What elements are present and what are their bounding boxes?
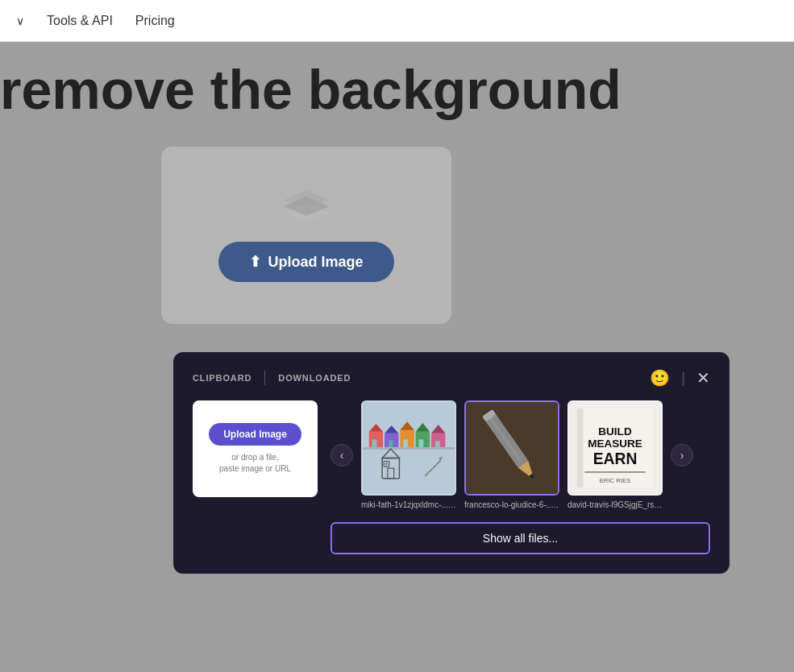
popup-header: CLIPBOARD DOWNLOADED 🙂 | ✕ <box>193 368 710 388</box>
svg-rect-18 <box>435 441 440 447</box>
svg-rect-6 <box>372 439 377 447</box>
downloaded-grid: ‹ <box>330 400 710 509</box>
svg-text:ERIC RIES: ERIC RIES <box>600 477 631 484</box>
nav-chevron-icon[interactable]: ∨ <box>16 15 24 27</box>
nav-pricing[interactable]: Pricing <box>135 14 175 28</box>
clipboard-section-label: CLIPBOARD <box>193 373 252 383</box>
file-picker-popup: CLIPBOARD DOWNLOADED 🙂 | ✕ Upload Image … <box>173 352 730 574</box>
svg-text:BUILD: BUILD <box>598 425 632 438</box>
clipboard-section: Upload Image or drop a file, paste image… <box>193 400 318 497</box>
list-item: francesco-lo-giudice-6-....jpg <box>464 400 559 509</box>
main-background: remove the background ⬆ Upload Image CLI… <box>0 42 794 672</box>
layers-icon <box>282 189 330 227</box>
upload-card: ⬆ Upload Image <box>161 147 451 324</box>
downloaded-section-label: DOWNLOADED <box>278 373 351 383</box>
upload-image-button[interactable]: ⬆ Upload Image <box>218 242 393 282</box>
image-thumbnail-2[interactable] <box>464 400 559 496</box>
nav-tools-api[interactable]: Tools & API <box>47 14 113 28</box>
upload-icon: ⬆ <box>249 253 261 271</box>
list-item: miki-fath-1v1zjqxldmc-....jpg <box>361 400 456 509</box>
clipboard-drop-text: or drop a file, paste image or URL <box>219 452 291 475</box>
navigation: ∨ Tools & API Pricing <box>0 0 794 42</box>
close-button[interactable]: ✕ <box>696 368 710 388</box>
upload-button-label: Upload Image <box>268 254 363 271</box>
svg-rect-19 <box>363 447 455 450</box>
image-thumbnail-1[interactable] <box>361 400 456 496</box>
svg-rect-9 <box>389 440 393 447</box>
svg-rect-36 <box>577 409 584 488</box>
image-label-3: david-travis-l9GSjgjE_rs-....jpg <box>567 500 663 509</box>
emoji-icon[interactable]: 🙂 <box>650 368 670 388</box>
image-thumbnail-3[interactable]: BUILD MEASURE EARN ERIC RIES <box>567 400 663 496</box>
svg-rect-15 <box>419 439 424 447</box>
clipboard-card: Upload Image or drop a file, paste image… <box>193 400 318 497</box>
popup-close-area: 🙂 | ✕ <box>650 368 710 388</box>
separator: | <box>681 370 685 387</box>
show-all-files-button[interactable]: Show all files... <box>330 522 710 554</box>
svg-text:EARN: EARN <box>593 450 638 467</box>
svg-rect-12 <box>403 439 408 447</box>
hero-text: remove the background <box>0 58 621 121</box>
image-label-2: francesco-lo-giudice-6-....jpg <box>464 500 559 509</box>
image-label-1: miki-fath-1v1zjqxldmc-....jpg <box>361 500 456 509</box>
section-divider <box>264 371 265 385</box>
popup-content: Upload Image or drop a file, paste image… <box>193 400 710 554</box>
clipboard-upload-button[interactable]: Upload Image <box>209 423 301 446</box>
downloaded-section: ‹ <box>330 400 710 554</box>
svg-text:MEASURE: MEASURE <box>588 438 642 450</box>
next-arrow-button[interactable]: › <box>671 444 693 467</box>
prev-arrow-button[interactable]: ‹ <box>330 444 353 467</box>
list-item: BUILD MEASURE EARN ERIC RIES david-travi… <box>567 400 663 509</box>
